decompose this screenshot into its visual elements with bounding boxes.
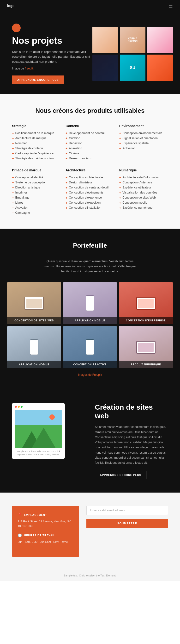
portfolio-label-5: CONCEPTION RÉACTIVE bbox=[63, 361, 117, 368]
list-item: Architecture de l'information bbox=[119, 175, 168, 180]
portfolio-section: Portefeuille Quam quisque id diam vel qu… bbox=[0, 228, 180, 390]
portfolio-title: Portefeuille bbox=[7, 242, 173, 249]
list-item: Développement de contenu bbox=[65, 131, 114, 136]
services-section: Nous créons des produits utilisables Str… bbox=[0, 94, 180, 228]
mockup-dot-green bbox=[21, 406, 22, 408]
list-item: Campagne bbox=[12, 210, 61, 216]
hero-content: Nos projets Duis aute irure dolor in rep… bbox=[12, 24, 92, 84]
list-item: Architecture de marque bbox=[12, 136, 61, 141]
service-col-image-marque: l'image de marque Conception d'identité … bbox=[12, 168, 61, 216]
web-creation-cta-button[interactable]: APPRENDRE ENCORE PLUS bbox=[95, 471, 146, 479]
portfolio-credit: Images de Freepik bbox=[7, 373, 173, 376]
service-col-contenu: Contenu Développement de contenu Curatio… bbox=[65, 124, 114, 161]
service-list-3: Conception environnementale Signalisatio… bbox=[119, 131, 168, 151]
hero-image-credit: Image de freepik bbox=[12, 67, 92, 70]
contact-hours-text: Lun - Sam: 7:30 - 20h Sam - Dim: Fermé bbox=[18, 540, 73, 544]
mockup-dot-yellow bbox=[18, 406, 20, 408]
hero-images: KARINADIWSON SU bbox=[92, 27, 173, 81]
list-item: Conception d'interface bbox=[119, 180, 168, 185]
list-item: Signalisation et orientation bbox=[119, 136, 168, 141]
portfolio-item-3[interactable]: CONCEPTION D'ENTREPRISE bbox=[119, 282, 173, 324]
service-heading-3: Environnement bbox=[119, 124, 168, 128]
hero-image-3 bbox=[147, 27, 173, 53]
footer: Sample text. Click to select the Text El… bbox=[0, 570, 180, 581]
contact-form-container: SOUMETTRE bbox=[86, 506, 168, 556]
list-item: Emballage bbox=[12, 195, 61, 200]
hero-cta-button[interactable]: APPRENDRE ENCORE PLUS bbox=[12, 76, 64, 84]
mockup-mountain-2 bbox=[32, 428, 56, 448]
portfolio-label-6: PRODUIT NUMÉRIQUE bbox=[119, 361, 173, 368]
list-item: Conception d'exposition bbox=[65, 200, 114, 205]
service-list-4: Conception d'identité Système de concept… bbox=[12, 175, 61, 216]
portfolio-description: Quam quisque id diam vel quam elementum.… bbox=[42, 259, 138, 274]
header: logo ☰ bbox=[0, 0, 180, 12]
portfolio-item-6[interactable]: PRODUIT NUMÉRIQUE bbox=[119, 326, 173, 368]
hero-dot bbox=[12, 24, 21, 32]
service-heading-2: Contenu bbox=[65, 124, 114, 128]
list-item: Expérience numérique bbox=[119, 205, 168, 210]
portfolio-credit-link[interactable]: Freepik bbox=[92, 373, 102, 376]
service-list-5: Conception architecturale Design d'intér… bbox=[65, 175, 114, 210]
contact-hours-block: 🕐 HEURES DE TRAVAIL Lun - Sam: 7:30 - 20… bbox=[18, 534, 73, 544]
services-grid: Stratégie Positionnement de la marque Ar… bbox=[12, 124, 168, 216]
web-creation-description: Sit amet massa vitae tortor condimentum … bbox=[95, 424, 168, 466]
list-item: Curation bbox=[65, 136, 114, 141]
contact-location-block: 📍 EMPLACEMENT 117 Rock Street, 21 Avenue… bbox=[18, 513, 73, 528]
service-list-6: Architecture de l'information Conception… bbox=[119, 175, 168, 210]
submit-button[interactable]: SOUMETTRE bbox=[86, 519, 168, 528]
service-heading-1: Stratégie bbox=[12, 124, 61, 128]
list-item: Conception d'installation bbox=[65, 205, 114, 210]
hero-title: Nos projets bbox=[12, 36, 92, 46]
service-col-numerique: Numérique Architecture de l'information … bbox=[119, 168, 168, 216]
clock-icon: 🕐 bbox=[18, 534, 22, 537]
list-item: Conception environnementale bbox=[119, 131, 168, 136]
portfolio-label-1: CONCEPTION DE SITES WEB bbox=[7, 317, 61, 324]
list-item: Direction artistique bbox=[12, 185, 61, 190]
portfolio-item-4[interactable]: APPLICATION MOBILE bbox=[7, 326, 61, 368]
list-item: Animation bbox=[65, 146, 114, 151]
portfolio-label-4: APPLICATION MOBILE bbox=[7, 361, 61, 368]
hamburger-icon[interactable]: ☰ bbox=[169, 3, 173, 9]
mockup-content bbox=[15, 410, 62, 448]
portfolio-item-2[interactable]: APPLICATION MOBILE bbox=[63, 282, 117, 324]
web-creation-content: Création de sites web Sit amet massa vit… bbox=[95, 403, 168, 479]
email-field[interactable] bbox=[86, 506, 168, 515]
service-heading-5: Architecture bbox=[65, 168, 114, 172]
portfolio-item-1[interactable]: CONCEPTION DE SITES WEB bbox=[7, 282, 61, 324]
location-icon: 📍 bbox=[18, 513, 22, 517]
service-heading-6: Numérique bbox=[119, 168, 168, 172]
list-item: Réseaux sociaux bbox=[65, 156, 114, 161]
portfolio-item-5[interactable]: CONCEPTION RÉACTIVE bbox=[63, 326, 117, 368]
hero-image-6 bbox=[147, 54, 173, 81]
list-item: Activation bbox=[119, 146, 168, 151]
mockup-sun bbox=[49, 414, 55, 420]
list-item: Stratégie de contenu bbox=[12, 146, 61, 151]
mockup-dot-red bbox=[15, 406, 17, 408]
list-item: Expérience spatiale bbox=[119, 141, 168, 146]
contact-location-label: EMPLACEMENT bbox=[24, 514, 47, 516]
list-item: Conception de sites Web bbox=[119, 195, 168, 200]
list-item: Imprimer bbox=[12, 190, 61, 195]
hero-image-1 bbox=[92, 27, 118, 53]
mockup-scene bbox=[15, 410, 62, 448]
service-col-architecture: Architecture Conception architecturale D… bbox=[65, 168, 114, 216]
contact-hours-heading: 🕐 HEURES DE TRAVAIL bbox=[18, 534, 73, 537]
service-list-1: Positionnement de la marque Architecture… bbox=[12, 131, 61, 161]
web-creation-visual: Sample text. Click to select the text bo… bbox=[12, 403, 85, 459]
list-item: Conception d'identité bbox=[12, 175, 61, 180]
portfolio-credit-text: Images de bbox=[78, 373, 92, 376]
contact-info: 📍 EMPLACEMENT 117 Rock Street, 21 Avenue… bbox=[12, 506, 79, 556]
hero-credit-link[interactable]: freepik bbox=[25, 67, 33, 70]
list-item: Expérience utilisateur bbox=[119, 185, 168, 190]
list-item: Conception de vente au détail bbox=[65, 185, 114, 190]
list-item: Positionnement de la marque bbox=[12, 131, 61, 136]
service-col-environnement: Environnement Conception environnemental… bbox=[119, 124, 168, 161]
contact-location-heading: 📍 EMPLACEMENT bbox=[18, 513, 73, 517]
list-item: Conception d'événements bbox=[65, 190, 114, 195]
list-item: Rédaction bbox=[65, 141, 114, 146]
hero-description: Duis aute irure dolor in reprehenderit i… bbox=[12, 50, 92, 64]
web-mockup: Sample text. Click to select the text bo… bbox=[12, 403, 65, 459]
list-item: Design d'intérieur bbox=[65, 180, 114, 185]
service-heading-4: l'image de marque bbox=[12, 168, 61, 172]
list-item: Cartographie de l'expérience bbox=[12, 151, 61, 156]
